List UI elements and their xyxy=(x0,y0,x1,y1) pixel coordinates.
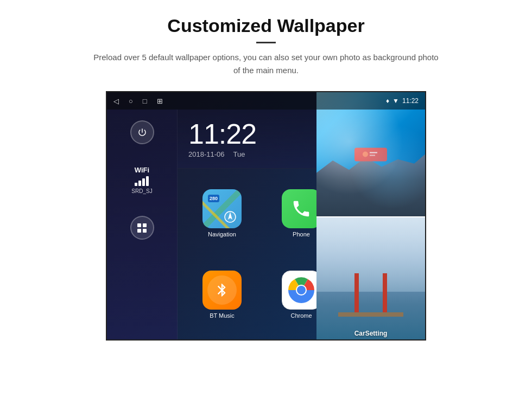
grid-dot-1 xyxy=(137,223,141,227)
android-screen: ◁ ○ □ ⊞ ♦ ▼ 11:22 WiFi xyxy=(106,91,426,341)
wallpaper-ice[interactable] xyxy=(316,92,425,217)
phone-label: Phone xyxy=(293,231,310,237)
home-icon[interactable]: ○ xyxy=(129,97,133,105)
wifi-label: WiFi xyxy=(131,166,152,174)
svg-rect-7 xyxy=(370,152,377,153)
wifi-bar-2 xyxy=(138,181,141,186)
left-sidebar: WiFi SRD_SJ xyxy=(107,110,178,339)
wifi-ssid: SRD_SJ xyxy=(131,188,152,194)
photo-icon[interactable]: ⊞ xyxy=(157,97,163,105)
page-title: Customized Wallpaper xyxy=(43,15,489,36)
btmusic-icon xyxy=(202,271,242,310)
clock-day: Tue xyxy=(233,150,245,158)
signal-icon: ▼ xyxy=(392,97,399,105)
svg-rect-5 xyxy=(361,150,381,159)
wallpaper-thumbnails: CarSetting xyxy=(316,92,425,341)
screen-content: WiFi SRD_SJ xyxy=(107,110,425,339)
status-right: ♦ ▼ 11:22 xyxy=(386,97,419,105)
apps-grid-button[interactable] xyxy=(130,216,154,240)
nav-icons: ◁ ○ □ ⊞ xyxy=(113,97,163,105)
grid-dot-3 xyxy=(137,229,141,233)
bridge-structure xyxy=(338,255,403,317)
wifi-bars xyxy=(131,176,152,186)
wifi-bar-3 xyxy=(142,178,145,186)
page-subtitle: Preload over 5 default wallpaper options… xyxy=(92,51,440,77)
wifi-widget: WiFi SRD_SJ xyxy=(131,166,152,194)
app-btmusic[interactable]: BT Music xyxy=(184,256,260,335)
thumb-radio-preview xyxy=(354,147,387,161)
grid-dot-4 xyxy=(143,229,147,233)
page-header: Customized Wallpaper Preload over 5 defa… xyxy=(0,0,532,86)
navigation-icon: 280 xyxy=(202,189,242,228)
svg-rect-8 xyxy=(370,155,375,156)
grid-dots xyxy=(137,223,147,233)
app-navigation[interactable]: 280 Navigation xyxy=(184,174,260,253)
nav-sign: 280 xyxy=(208,195,219,202)
recent-icon[interactable]: □ xyxy=(143,97,147,105)
btmusic-label: BT Music xyxy=(210,312,235,319)
bridge-road xyxy=(338,312,403,317)
thumb-ice-bg xyxy=(316,92,425,216)
thumb-ice-rocks xyxy=(316,155,425,217)
back-icon[interactable]: ◁ xyxy=(113,97,119,105)
wifi-bar-4 xyxy=(146,176,149,186)
svg-point-6 xyxy=(363,152,368,157)
bridge-tower-left xyxy=(354,273,359,317)
chrome-icon xyxy=(282,271,321,310)
clock-date: 2018-11-06 Tue xyxy=(188,150,316,158)
navigation-label: Navigation xyxy=(208,231,236,237)
thumb-bridge-bg: CarSetting xyxy=(316,217,425,341)
wallpaper-bridge[interactable]: CarSetting xyxy=(316,217,425,341)
chrome-label: Chrome xyxy=(290,312,312,319)
location-icon: ♦ xyxy=(386,97,389,105)
title-divider xyxy=(256,42,276,43)
grid-dot-2 xyxy=(143,223,147,227)
screen-area: ◁ ○ □ ⊞ ♦ ▼ 11:22 WiFi xyxy=(0,86,532,341)
bridge-tower-right xyxy=(383,273,387,317)
clock-time: 11:22 xyxy=(188,120,316,148)
status-bar: ◁ ○ □ ⊞ ♦ ▼ 11:22 xyxy=(107,92,425,110)
phone-icon xyxy=(282,189,321,228)
svg-point-4 xyxy=(297,286,306,294)
clock-date-value: 2018-11-06 xyxy=(188,150,225,158)
power-button[interactable] xyxy=(130,120,154,144)
clock-info: 11:22 2018-11-06 Tue xyxy=(188,120,316,158)
wifi-bar-1 xyxy=(135,183,137,186)
bt-circle xyxy=(207,275,237,305)
status-time: 11:22 xyxy=(402,97,419,105)
carsetting-label: CarSetting xyxy=(316,330,425,337)
